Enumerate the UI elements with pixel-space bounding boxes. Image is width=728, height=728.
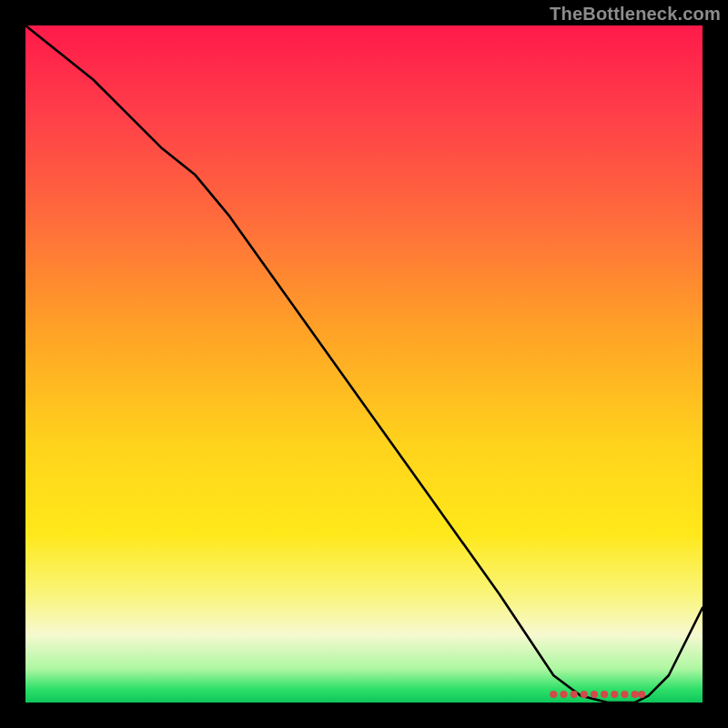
marker-dot	[581, 691, 588, 698]
marker-group	[550, 691, 645, 698]
marker-dot	[621, 691, 628, 698]
watermark-label: TheBottleneck.com	[550, 4, 721, 25]
marker-dot	[571, 691, 578, 698]
marker-dot	[550, 691, 557, 698]
curve-line	[25, 25, 703, 703]
marker-dot	[632, 691, 639, 698]
marker-dot	[611, 691, 618, 698]
marker-dot	[601, 691, 608, 698]
chart-stage: TheBottleneck.com	[0, 0, 728, 728]
marker-dot	[591, 691, 598, 698]
plot-overlay-svg	[25, 25, 703, 703]
marker-dot	[638, 691, 645, 698]
marker-dot	[560, 691, 567, 698]
